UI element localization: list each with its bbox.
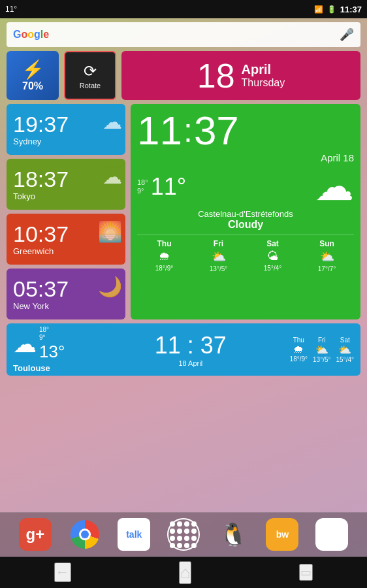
weather-current-temp: 11°: [151, 173, 186, 201]
status-time: 11:37: [340, 5, 362, 14]
main-weather-widget[interactable]: 11 : 37 April 18 18° 9° 11° ☁ Castelnau-…: [131, 104, 360, 319]
bw-time: 11 : 37: [97, 332, 285, 359]
forecast-fri: Fri ⛅ 13°/5°: [210, 239, 227, 272]
weather-low: 9°: [137, 187, 144, 195]
main-area: 19:37 Sydney ☁ 18:37 Tokyo ☁ 10:37 Green…: [7, 104, 360, 319]
rotate-label: Rotate: [80, 82, 101, 90]
chrome-inner: [81, 531, 89, 538]
date-widget[interactable]: 18 April Thursday: [121, 51, 360, 100]
clock-newyork[interactable]: 05:37 New York 🌙: [7, 269, 125, 319]
battery-icon-big: ⚡: [22, 59, 44, 80]
app-drawer-icon[interactable]: [167, 518, 200, 551]
weather-high: 18°: [137, 178, 148, 186]
date-day: 18: [197, 56, 235, 95]
tokyo-weather-icon: ☁: [103, 165, 122, 188]
battery-percent: 70%: [22, 80, 43, 92]
date-weekday: Thursday: [242, 77, 285, 89]
forecast-thu: Thu 🌧 18°/9°: [155, 239, 173, 272]
app-dock: g+ talk 🐧 bw ▶: [0, 512, 367, 557]
toulouse-temps: 18° 9° 13°: [39, 326, 65, 362]
weather-time: 11 : 37: [137, 110, 354, 151]
newyork-label: New York: [13, 301, 49, 311]
bw-fc-fri: Fri ⛅ 13°/5°: [313, 336, 330, 363]
forecast-sat: Sat 🌤 15°/4°: [264, 239, 281, 272]
bw-left: ☁ 18° 9° 13° Toulouse: [13, 326, 91, 373]
wifi-icon: 📶: [314, 5, 323, 14]
weather-temp-row: 18° 9° 11° ☁: [137, 167, 354, 206]
bw-date: 18 April: [97, 359, 285, 367]
bw-forecast: Thu 🌧 18°/9° Fri ⛅ 13°/5° Sat ⛅ 15°/4°: [290, 336, 354, 363]
weather-date: April 18: [137, 152, 354, 163]
chrome-app-icon[interactable]: [69, 518, 101, 551]
weather-minute: 37: [194, 110, 239, 151]
forecast-sun: Sun ⛅ 17°/7°: [318, 239, 336, 272]
weather-location: Castelnau-d'Estrétefonds: [137, 209, 354, 219]
weather-colon: :: [184, 114, 193, 147]
penguin-app-icon[interactable]: 🐧: [217, 518, 249, 551]
toulouse-cloud-icon: ☁: [13, 331, 37, 358]
search-bar[interactable]: Google 🎤: [7, 22, 360, 47]
billwise-app-icon[interactable]: bw: [266, 518, 298, 551]
greenwich-label: Greenwich: [13, 246, 54, 256]
sydney-time: 19:37: [13, 113, 69, 135]
billwise-label: bw: [276, 529, 289, 540]
greenwich-weather-icon: 🌅: [98, 220, 122, 243]
clock-sydney[interactable]: 19:37 Sydney ☁: [7, 104, 125, 155]
chrome-center: [79, 529, 91, 540]
newyork-time: 05:37: [13, 278, 69, 300]
google-logo: Google: [13, 29, 340, 41]
back-button[interactable]: ←: [54, 563, 71, 582]
battery-icon: 🔋: [327, 5, 336, 14]
signal-text: 11°: [5, 5, 17, 14]
clock-greenwich[interactable]: 10:37 Greenwich 🌅: [7, 214, 125, 265]
gplus-app-icon[interactable]: g+: [19, 518, 52, 551]
bw-fc-thu: Thu 🌧 18°/9°: [290, 336, 308, 363]
gplus-label: g+: [26, 525, 45, 544]
date-month: April: [242, 62, 285, 77]
toulouse-city-label: Toulouse: [13, 363, 91, 373]
battery-widget[interactable]: ⚡ 70%: [7, 51, 59, 100]
grid-dots: [170, 521, 197, 548]
talk-app-icon[interactable]: talk: [118, 518, 150, 551]
rotate-icon: ⟳: [84, 62, 97, 80]
bw-fri-icon: ⛅: [313, 344, 330, 356]
status-bar: 11° 📶 🔋 11:37: [0, 0, 367, 18]
weather-temp-small: 18° 9°: [137, 178, 148, 195]
play-triangle: ▶: [326, 525, 338, 544]
city-clocks-column: 19:37 Sydney ☁ 18:37 Tokyo ☁ 10:37 Green…: [7, 104, 125, 319]
greenwich-time: 10:37: [13, 223, 69, 245]
talk-label: talk: [126, 529, 142, 540]
weather-hour: 11: [137, 110, 182, 151]
status-left: 11°: [5, 5, 17, 14]
status-right: 📶 🔋 11:37: [314, 5, 362, 14]
date-info: April Thursday: [242, 62, 285, 89]
sydney-weather-icon: ☁: [103, 110, 122, 133]
recent-button[interactable]: ▭: [299, 564, 313, 581]
widget-row-1: ⚡ 70% ⟳ Rotate 18 April Thursday: [7, 51, 360, 100]
bottom-weather-widget[interactable]: ☁ 18° 9° 13° Toulouse 11 : 37 18 April T…: [7, 323, 360, 376]
weather-forecast: Thu 🌧 18°/9° Fri ⛅ 13°/5° Sat 🌤 15°/4° S…: [137, 235, 354, 272]
home-button[interactable]: ⌂: [179, 561, 192, 584]
bw-time-col: 11 : 37 18 April: [97, 332, 285, 367]
penguin-emoji: 🐧: [219, 521, 247, 547]
bw-sat-icon: ⛅: [336, 344, 354, 356]
weather-cloud-icon: ☁: [315, 167, 354, 206]
mic-icon[interactable]: 🎤: [340, 27, 354, 42]
tokyo-time: 18:37: [13, 168, 69, 190]
weather-condition: Cloudy: [137, 219, 354, 231]
bw-fc-sat: Sat ⛅ 15°/4°: [336, 336, 354, 363]
chrome-ring: [71, 520, 99, 549]
playstore-app-icon[interactable]: ▶: [315, 518, 348, 551]
navigation-bar: ← ⌂ ▭: [0, 557, 367, 588]
clock-tokyo[interactable]: 18:37 Tokyo ☁: [7, 159, 125, 210]
newyork-weather-icon: 🌙: [98, 275, 122, 298]
tokyo-label: Tokyo: [13, 191, 35, 201]
bw-thu-icon: 🌧: [290, 344, 308, 355]
toulouse-current: 13°: [39, 342, 65, 362]
sydney-label: Sydney: [13, 137, 41, 146]
rotate-widget[interactable]: ⟳ Rotate: [64, 51, 116, 100]
toulouse-high-low: 18° 9°: [39, 326, 65, 342]
